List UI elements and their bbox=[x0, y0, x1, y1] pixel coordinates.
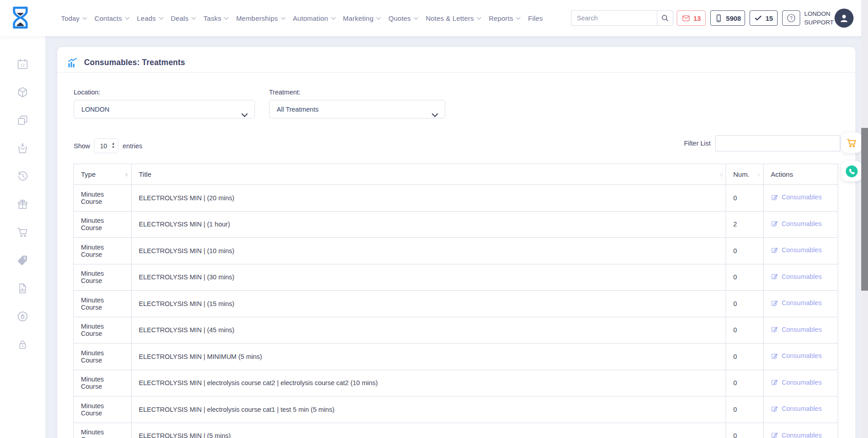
column-label: Num. bbox=[733, 170, 750, 178]
user-name-line1: LONDON bbox=[804, 9, 834, 18]
num-cell: 0 bbox=[726, 370, 764, 396]
search-icon bbox=[660, 14, 670, 23]
search-button[interactable] bbox=[657, 10, 673, 26]
consumables-link[interactable]: Consumables bbox=[771, 246, 822, 254]
sidebar-item-shop[interactable] bbox=[16, 226, 29, 239]
consumables-link[interactable]: Consumables bbox=[771, 325, 822, 333]
column-label: Actions bbox=[771, 170, 793, 178]
history-icon bbox=[16, 170, 29, 183]
consumables-link[interactable]: Consumables bbox=[771, 299, 822, 307]
app-logo[interactable] bbox=[11, 6, 30, 31]
edit-square-icon bbox=[771, 405, 778, 413]
nav-item-reports[interactable]: Reports bbox=[489, 14, 520, 22]
scrollbar-thumb[interactable] bbox=[861, 128, 868, 291]
filter-list-input[interactable] bbox=[715, 135, 840, 151]
actions-cell: Consumables bbox=[764, 291, 838, 317]
sidebar-item-security[interactable] bbox=[16, 338, 29, 351]
check-count: 15 bbox=[765, 14, 773, 22]
help-button[interactable]: ? bbox=[782, 10, 800, 26]
edit-square-icon bbox=[771, 246, 778, 254]
divider bbox=[57, 72, 855, 73]
table-row: Minutes CourseELECTROLYSIS MIN | (30 min… bbox=[74, 264, 838, 291]
title-cell: ELECTROLYSIS MIN | (1 hour) bbox=[132, 211, 726, 238]
sidebar-item-packages[interactable] bbox=[16, 86, 29, 99]
smartphone-icon bbox=[714, 14, 723, 23]
sidebar-item-orders[interactable] bbox=[16, 142, 29, 155]
nav-item-quotes[interactable]: Quotes bbox=[388, 14, 418, 22]
table-row: Minutes CourseELECTROLYSIS MIN | (1 hour… bbox=[74, 211, 838, 238]
consumables-link[interactable]: Consumables bbox=[771, 220, 822, 227]
calls-badge[interactable]: 5908 bbox=[710, 10, 745, 26]
consumables-link[interactable]: Consumables bbox=[771, 405, 822, 413]
nav-item-contacts[interactable]: Contacts bbox=[94, 14, 129, 22]
entries-per-page-select[interactable]: 10 bbox=[94, 138, 118, 153]
nav-item-tasks[interactable]: Tasks bbox=[203, 14, 228, 22]
basket-float-button[interactable] bbox=[841, 132, 862, 153]
sidebar-item-pricing[interactable]: $ bbox=[16, 254, 29, 267]
call-float-button[interactable] bbox=[841, 161, 862, 181]
nav-label: Deals bbox=[171, 14, 189, 22]
svg-text:?: ? bbox=[790, 16, 793, 21]
sidebar-item-duplicates[interactable] bbox=[16, 114, 29, 127]
consumables-link[interactable]: Consumables bbox=[771, 193, 822, 201]
type-cell: Minutes Course bbox=[74, 396, 132, 423]
avatar[interactable] bbox=[835, 9, 854, 28]
actions-cell: Consumables bbox=[764, 238, 838, 264]
chevron-down-icon bbox=[281, 15, 285, 20]
search-input[interactable] bbox=[571, 10, 657, 26]
icon-sidebar: 12 bbox=[0, 36, 45, 438]
consumables-link[interactable]: Consumables bbox=[771, 352, 822, 360]
tasks-done-badge[interactable]: 15 bbox=[750, 10, 778, 26]
edit-square-icon bbox=[771, 220, 778, 227]
global-search bbox=[571, 10, 673, 26]
page-header: Consumables: Treatments bbox=[67, 54, 185, 71]
edit-square-icon bbox=[771, 273, 778, 280]
sidebar-item-history[interactable] bbox=[16, 170, 29, 183]
actions-cell: Consumables bbox=[764, 396, 838, 423]
column-header-num[interactable]: Num. ↑↓ bbox=[726, 164, 764, 185]
mail-notifications-badge[interactable]: 13 bbox=[677, 10, 706, 26]
sort-icon: ↑↓ bbox=[720, 172, 723, 177]
filter-list-control: Filter List bbox=[684, 135, 840, 151]
table-row: Minutes CourseELECTROLYSIS MIN | MINIMUM… bbox=[74, 344, 838, 370]
nav-label: Leads bbox=[137, 14, 156, 22]
consumables-link-label: Consumables bbox=[782, 326, 822, 333]
sidebar-item-calendar[interactable]: 12 bbox=[16, 58, 29, 71]
nav-item-notes-letters[interactable]: Notes & Letters bbox=[426, 14, 481, 22]
consumables-link[interactable]: Consumables bbox=[771, 273, 822, 280]
top-navigation-bar: Today Contacts Leads Deals Tasks Members… bbox=[0, 0, 868, 36]
cart-icon bbox=[846, 137, 858, 149]
consumables-link-label: Consumables bbox=[782, 220, 822, 227]
chevron-down-icon bbox=[516, 15, 521, 20]
nav-item-files[interactable]: Files bbox=[528, 14, 543, 22]
table-row: Minutes CourseELECTROLYSIS MIN | (10 min… bbox=[74, 238, 838, 264]
nav-item-deals[interactable]: Deals bbox=[171, 14, 195, 22]
chevron-down-icon bbox=[224, 15, 229, 20]
title-cell: ELECTROLYSIS MIN | electrolysis course c… bbox=[132, 396, 726, 423]
column-header-title[interactable]: Title ↑↓ bbox=[132, 164, 726, 185]
num-cell: 0 bbox=[726, 396, 764, 423]
nav-item-leads[interactable]: Leads bbox=[137, 14, 163, 22]
nav-item-memberships[interactable]: Memberships bbox=[236, 14, 284, 22]
consumables-link-label: Consumables bbox=[782, 273, 822, 280]
nav-item-automation[interactable]: Automation bbox=[293, 14, 335, 22]
envelope-icon bbox=[682, 14, 690, 23]
title-cell: ELECTROLYSIS MIN | (20 mins) bbox=[132, 185, 726, 212]
consumables-link[interactable]: Consumables bbox=[771, 378, 822, 386]
sidebar-item-privacy[interactable] bbox=[16, 310, 29, 323]
chevron-down-icon bbox=[192, 15, 196, 20]
nav-label: Today bbox=[61, 14, 80, 22]
location-select[interactable]: LONDON bbox=[74, 100, 255, 118]
column-header-type[interactable]: Type ↑↓ bbox=[74, 164, 132, 185]
nav-item-marketing[interactable]: Marketing bbox=[343, 14, 381, 22]
consumables-treatments-panel: Consumables: Treatments Location: LONDON… bbox=[57, 47, 855, 438]
sidebar-item-loyalty[interactable] bbox=[16, 198, 29, 211]
nav-item-today[interactable]: Today bbox=[61, 14, 86, 22]
location-filter: Location: LONDON bbox=[74, 89, 255, 118]
nav-label: Tasks bbox=[203, 14, 221, 22]
chevron-down-icon bbox=[83, 15, 87, 20]
treatment-select[interactable]: All Treatments bbox=[269, 100, 445, 118]
sidebar-item-reports[interactable] bbox=[16, 282, 29, 295]
page-scrollbar[interactable] bbox=[861, 0, 868, 438]
consumables-link[interactable]: Consumables bbox=[771, 431, 822, 438]
